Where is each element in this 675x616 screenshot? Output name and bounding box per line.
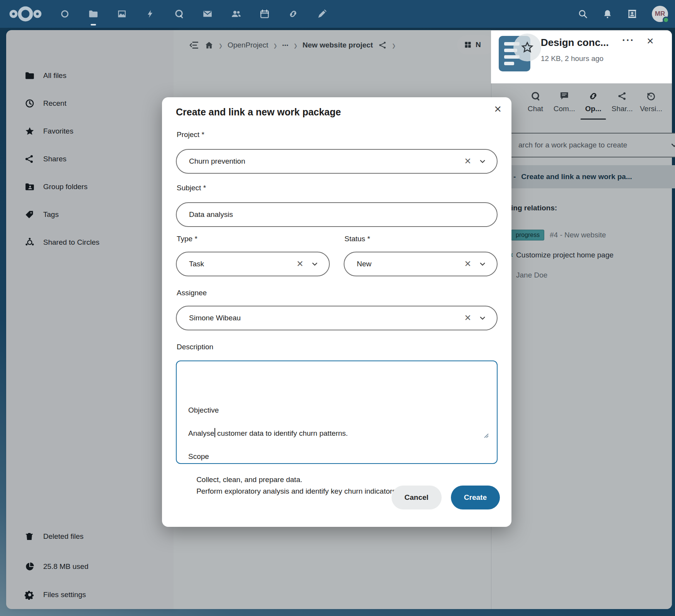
close-panel-icon[interactable]: ×: [647, 35, 654, 47]
project-label: Project *: [177, 130, 204, 139]
assignee-select[interactable]: Simone Wibeau ✕: [176, 306, 498, 330]
status-label: Status *: [344, 235, 370, 243]
contacts-menu-icon[interactable]: [627, 9, 637, 19]
clear-icon[interactable]: ✕: [297, 260, 304, 268]
files-icon[interactable]: [87, 0, 100, 28]
create-work-package-modal: × Create and link a new work package Pro…: [162, 97, 511, 527]
chevron-down-icon[interactable]: [311, 261, 318, 267]
subject-input[interactable]: Data analysis: [176, 202, 498, 227]
navbar-right: MR: [578, 0, 668, 28]
file-title: Design conc...: [541, 37, 609, 49]
talk-icon[interactable]: [173, 0, 185, 28]
external-link-icon[interactable]: [287, 0, 299, 28]
app-menu: [59, 0, 328, 28]
calendar-icon[interactable]: [258, 0, 271, 28]
mail-icon[interactable]: [201, 0, 214, 28]
avatar-initials: MR: [655, 10, 665, 18]
assignee-value: Simone Wibeau: [189, 314, 241, 322]
favorite-star-button[interactable]: [513, 34, 541, 61]
clear-icon[interactable]: ✕: [464, 260, 471, 268]
type-label: Type *: [177, 235, 197, 243]
close-modal-icon[interactable]: ×: [494, 103, 501, 115]
clear-icon[interactable]: ✕: [464, 314, 471, 322]
avatar[interactable]: MR: [652, 6, 668, 22]
type-select[interactable]: Task ✕: [176, 252, 330, 276]
chevron-down-icon[interactable]: [479, 315, 486, 322]
subject-value: Data analysis: [189, 210, 233, 219]
notifications-bell-icon[interactable]: [602, 9, 613, 19]
description-line: Scope: [188, 451, 485, 462]
description-line: Analyse customer data to identify churn …: [188, 428, 485, 439]
text-cursor: [214, 428, 215, 437]
contacts-icon[interactable]: [230, 0, 242, 28]
subject-label: Subject *: [177, 184, 206, 192]
description-line: [188, 416, 485, 428]
top-navbar: MR: [0, 0, 675, 28]
search-icon[interactable]: [578, 9, 588, 19]
modal-title: Create and link a new work package: [176, 107, 341, 118]
status-value: New: [357, 260, 371, 268]
status-circle-icon[interactable]: [59, 0, 71, 28]
description-line: [188, 462, 485, 474]
description-label: Description: [177, 343, 213, 351]
file-details-header: Design conc... 12 KB, 2 hours ago ··· ×: [491, 30, 672, 83]
activity-icon[interactable]: [144, 0, 157, 28]
project-select[interactable]: Churn prevention ✕: [176, 149, 498, 174]
notes-icon[interactable]: [316, 0, 328, 28]
type-value: Task: [189, 260, 204, 268]
cancel-button[interactable]: Cancel: [392, 486, 442, 509]
create-button[interactable]: Create: [451, 486, 500, 509]
description-line: Objective: [188, 404, 485, 416]
project-value: Churn prevention: [189, 157, 245, 166]
assignee-label: Assignee: [177, 289, 207, 297]
chevron-down-icon[interactable]: [479, 261, 486, 267]
photos-icon[interactable]: [116, 0, 128, 28]
description-line: Collect, clean, and prepare data.: [188, 474, 485, 486]
more-actions-icon[interactable]: ···: [622, 34, 634, 46]
clear-icon[interactable]: ✕: [464, 157, 471, 166]
chevron-down-icon[interactable]: [479, 158, 486, 165]
status-online-dot: [663, 17, 669, 23]
resize-handle[interactable]: [483, 409, 495, 461]
modal-actions: Cancel Create: [392, 486, 500, 509]
nextcloud-logo-icon[interactable]: [9, 5, 42, 22]
status-select[interactable]: New ✕: [344, 252, 498, 276]
file-meta: 12 KB, 2 hours ago: [541, 54, 604, 63]
description-textarea[interactable]: Objective Analyse customer data to ident…: [176, 360, 498, 464]
description-line: [188, 439, 485, 451]
